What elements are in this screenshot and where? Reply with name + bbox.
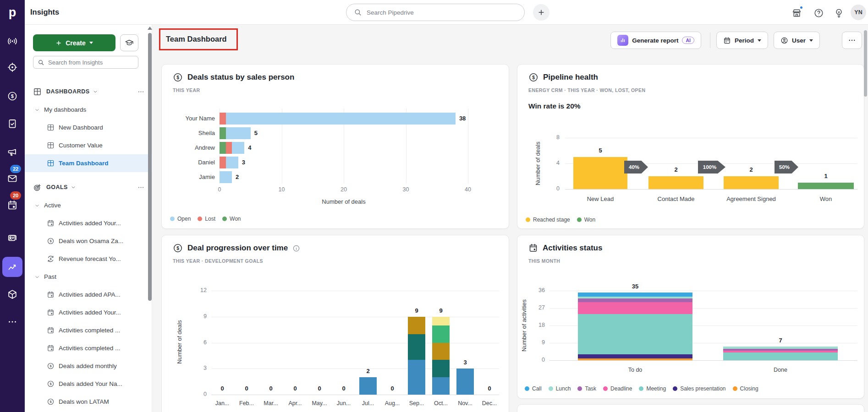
tips-lightbulb-icon[interactable] <box>833 7 845 19</box>
category-label: Done <box>764 367 797 373</box>
rail-item-deals[interactable]: $ <box>2 86 22 106</box>
bar-segment-lost[interactable] <box>220 113 226 125</box>
bar-segment-sales-presentation[interactable] <box>578 354 692 358</box>
x-tick-label: 0 <box>210 186 229 193</box>
dashboard-icon <box>47 141 55 149</box>
bar-segment-open[interactable] <box>226 113 456 125</box>
section-label: GOALS <box>46 184 68 190</box>
bar-segment-open[interactable] <box>232 142 244 154</box>
group-past[interactable]: Past <box>25 268 152 286</box>
forecast-icon: $ <box>47 255 55 263</box>
bar-segment-lunch[interactable] <box>723 347 838 348</box>
bar-segment-segment-3[interactable] <box>408 317 425 334</box>
dashboard-more-button[interactable] <box>842 32 862 49</box>
rail-item-leads[interactable] <box>2 57 22 77</box>
bar-segment-open[interactable] <box>226 127 251 139</box>
sidebar-item-activities-added-apa[interactable]: Activities added APA... <box>25 286 152 304</box>
bar-segment-lost[interactable] <box>220 157 226 168</box>
bar-segment-closing[interactable] <box>578 358 692 360</box>
category-label: Sheila <box>164 130 215 136</box>
sidebar-item-activities-added-your[interactable]: Activities added Your... <box>25 214 152 232</box>
bar-segment-lunch[interactable] <box>578 297 692 298</box>
rail-item-contacts[interactable] <box>2 228 22 248</box>
bar-segment-won[interactable] <box>220 127 226 139</box>
funnel-bar-contact-made[interactable] <box>648 176 703 189</box>
funnel-bar-agreement-signed[interactable] <box>724 176 779 189</box>
rail-item-more[interactable] <box>2 312 22 332</box>
avatar[interactable]: YN <box>851 5 866 20</box>
bar-segment-deadline[interactable] <box>723 351 838 352</box>
bar-segment-segment-2[interactable] <box>408 334 425 360</box>
rail-item-sales-assistant[interactable] <box>2 31 22 51</box>
section-header-goals[interactable]: GOALS <box>25 178 152 196</box>
bar-segment-segment-1[interactable] <box>408 360 425 395</box>
learn-button[interactable] <box>120 34 138 51</box>
value-label: 3 <box>451 359 479 366</box>
bar-segment-segment-5[interactable] <box>432 317 450 325</box>
global-search-input[interactable]: Search Pipedrive <box>346 4 525 21</box>
bar-segment-task[interactable] <box>578 298 692 302</box>
sidebar-item-deals-won-osama-za[interactable]: $Deals won Osama Za... <box>25 232 152 250</box>
bar-segment-segment-2[interactable] <box>432 360 450 377</box>
bar-segment-meeting[interactable] <box>723 352 838 360</box>
x-tick-label: 20 <box>335 186 353 193</box>
bar-segment-lost[interactable] <box>226 142 232 154</box>
bar-segment-won[interactable] <box>220 142 226 154</box>
sidebar-scroll-up-arrow[interactable] <box>148 27 152 30</box>
period-filter-button[interactable]: Period <box>716 32 768 49</box>
bar-segment-open[interactable] <box>226 157 238 168</box>
sidebar-item-deals-won-latam[interactable]: $Deals won LATAM <box>25 393 152 411</box>
section-more-icon[interactable] <box>137 184 145 191</box>
sidebar-item-activities-completed-[interactable]: Activities completed ... <box>25 339 152 357</box>
section-header-dashboards[interactable]: DASHBOARDS <box>25 82 152 101</box>
funnel-bar-won[interactable] <box>798 183 854 189</box>
bar-segment-segment-1[interactable] <box>432 377 450 395</box>
sidebar-item-team-dashboard[interactable]: Team Dashboard <box>25 154 152 172</box>
section-more-icon[interactable] <box>137 88 145 96</box>
value-label: 9 <box>403 307 430 314</box>
bar-segment-segment-1[interactable] <box>456 369 474 395</box>
value-label: 0 <box>233 385 260 392</box>
bar-segment-segment-3[interactable] <box>432 343 450 360</box>
sidebar-item-revenue-forecast-yo[interactable]: $Revenue forecast Yo... <box>25 250 152 268</box>
sidebar-item-customer-value[interactable]: Customer Value <box>25 136 152 154</box>
annotation-box: Team Dashboard <box>159 28 238 50</box>
bar-segment-segment-1[interactable] <box>359 377 377 395</box>
pipedrive-logo[interactable]: p <box>0 0 25 25</box>
rail-item-products[interactable] <box>2 284 22 304</box>
sidebar-item-activities-added-your[interactable]: Activities added Your... <box>25 304 152 321</box>
create-button[interactable]: Create <box>33 34 115 51</box>
sidebar-item-deals-added-your-na[interactable]: $Deals added Your Na... <box>25 375 152 393</box>
sidebar-item-deals-added-monthly[interactable]: $Deals added monthly <box>25 357 152 375</box>
rail-item-campaigns[interactable] <box>2 142 22 163</box>
bar-segment-meeting[interactable] <box>578 314 692 355</box>
sidebar-item-new-dashboard[interactable]: New Dashboard <box>25 119 152 136</box>
main-scrollbar[interactable] <box>864 30 867 97</box>
group-active[interactable]: Active <box>25 196 152 214</box>
bar-segment-call[interactable] <box>578 293 692 296</box>
generate-report-label: Generate report <box>632 37 678 44</box>
help-icon[interactable] <box>813 7 824 19</box>
rail-item-activities[interactable] <box>2 114 22 134</box>
user-filter-button[interactable]: User <box>774 32 820 49</box>
funnel-bar-new-lead[interactable] <box>573 157 627 189</box>
generate-report-button[interactable]: Generate report AI <box>610 32 701 49</box>
y-axis-title: Number of deals <box>176 320 183 363</box>
bar-segment-deadline[interactable] <box>578 302 692 314</box>
app-title: Insights <box>30 8 59 16</box>
deal-progression-chart: 036912Number of deals0Jan...0Feb...0Mar.… <box>162 235 509 412</box>
clipboard-icon <box>7 118 18 129</box>
sidebar-item-label: Deals won LATAM <box>59 398 109 405</box>
sidebar-item-activities-completed-[interactable]: Activities completed ... <box>25 321 152 339</box>
marketplace-icon[interactable] <box>791 7 802 19</box>
rail-item-insights[interactable] <box>2 257 22 277</box>
insights-search-input[interactable]: Search from Insights <box>33 56 138 69</box>
bar-segment-open[interactable] <box>220 171 232 183</box>
group-my-dashboards[interactable]: My dashboards <box>25 101 152 119</box>
bar-segment-segment-4[interactable] <box>432 325 450 343</box>
quick-add-button[interactable] <box>533 4 549 21</box>
period-label: Period <box>735 37 754 44</box>
search-icon <box>354 8 362 16</box>
sidebar-scrollbar[interactable] <box>148 33 152 301</box>
bar-segment-task[interactable] <box>723 349 838 351</box>
